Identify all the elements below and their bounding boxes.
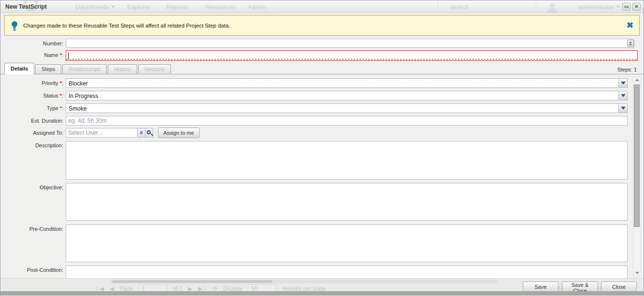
background-bottom-bar	[0, 291, 644, 296]
duration-label: Est. Duration:	[0, 118, 63, 124]
scroll-down-icon[interactable]	[635, 272, 639, 274]
name-field-invalid	[66, 50, 638, 61]
lightbulb-icon	[11, 21, 18, 31]
assign-to-me-button[interactable]: Assign to me	[158, 127, 200, 138]
nav-item-resources: Resources	[205, 3, 235, 11]
vertical-scrollbar[interactable]	[633, 76, 641, 277]
clear-icon: ×	[140, 129, 143, 136]
search-icon	[147, 130, 151, 134]
dialog-title: New TestScript	[5, 3, 47, 10]
chevron-down-icon	[621, 82, 626, 85]
description-label: Description:	[0, 142, 63, 148]
user-menu: administrator	[578, 3, 620, 11]
nav-item-dashboards: Dashboards	[75, 3, 115, 11]
tab-details[interactable]: Details	[4, 63, 34, 74]
divider	[536, 0, 536, 13]
priority-value: Blocker	[69, 80, 88, 87]
global-search-input: search	[450, 3, 469, 11]
type-dropdown-button[interactable]	[618, 104, 627, 113]
nav-item-admin: Admin	[248, 3, 266, 11]
details-panel: Priority *: Blocker Status *: In Progres…	[0, 74, 644, 278]
scrollbar-thumb[interactable]	[634, 85, 640, 227]
precondition-label: Pre-Condition:	[0, 226, 63, 232]
tab-history: History	[108, 64, 137, 74]
type-value: Smoke	[69, 105, 86, 112]
tab-steps[interactable]: Steps	[35, 64, 61, 74]
number-label: Number:	[0, 41, 63, 46]
validation-zigzag	[67, 59, 637, 60]
type-select[interactable]: Smoke	[66, 103, 628, 113]
new-testscript-dialog: New TestScript Dashboards Explorer Repor…	[0, 0, 644, 296]
banner-message: Changes made to these Reusable Test Step…	[23, 23, 230, 28]
tab-relationships: Relationships	[62, 64, 107, 74]
maximize-icon: ▭	[624, 4, 629, 9]
duration-input[interactable]	[66, 116, 628, 126]
dialog-titlebar: New TestScript Dashboards Explorer Repor…	[0, 0, 644, 13]
description-textarea[interactable]	[66, 141, 628, 180]
steps-count-badge: Steps: 1	[617, 67, 637, 72]
priority-dropdown-button[interactable]	[618, 79, 627, 87]
search-user-button[interactable]	[145, 128, 153, 138]
type-label: Type *:	[0, 105, 63, 111]
assigned-to-label: Assigned To:	[0, 130, 63, 136]
status-select[interactable]: In Progress	[66, 91, 628, 100]
status-value: In Progress	[69, 93, 98, 99]
close-button[interactable]: Close	[601, 282, 637, 292]
user-avatar-icon	[545, 1, 559, 13]
chevron-down-icon	[621, 107, 626, 110]
spinner-up-icon	[629, 42, 632, 43]
tab-versions: Versions	[138, 64, 171, 74]
number-input[interactable]	[66, 39, 634, 48]
chevron-down-icon	[111, 6, 115, 10]
save-and-close-button[interactable]: Save & Close	[562, 282, 598, 292]
chevron-down-icon	[621, 94, 626, 97]
objective-label: Objective:	[0, 184, 63, 190]
name-label: Name *:	[0, 52, 63, 58]
postcondition-textarea[interactable]	[66, 266, 628, 278]
maximize-button[interactable]: ▭	[622, 3, 630, 11]
priority-label: Priority *:	[0, 80, 63, 86]
nav-item-explorer: Explorer	[127, 3, 150, 11]
number-spinner[interactable]	[627, 40, 634, 47]
close-icon: ✕	[634, 4, 638, 9]
nav-item-reports: Reports	[166, 3, 188, 11]
save-button[interactable]: Save	[523, 282, 558, 292]
text-caret	[68, 52, 69, 59]
status-dropdown-button[interactable]	[618, 91, 627, 100]
divider	[438, 0, 438, 13]
postcondition-label: Post-Condition:	[0, 267, 63, 273]
priority-select[interactable]: Blocker	[66, 78, 628, 88]
close-window-button[interactable]: ✕	[632, 3, 641, 11]
scroll-up-icon[interactable]	[635, 79, 639, 81]
assigned-to-input[interactable]	[66, 128, 138, 138]
status-label: Status *:	[0, 93, 63, 99]
clear-user-button[interactable]: ×	[137, 128, 145, 138]
spinner-down-icon	[629, 44, 632, 45]
banner-close-icon[interactable]: ✖	[627, 20, 633, 30]
objective-textarea[interactable]	[66, 183, 628, 221]
chevron-down-icon	[616, 6, 620, 10]
info-banner: Changes made to these Reusable Test Step…	[4, 15, 640, 36]
precondition-textarea[interactable]	[66, 225, 628, 262]
tab-bar: Details Steps Relationships History Vers…	[0, 63, 644, 74]
background-hscrollbar	[111, 280, 497, 283]
